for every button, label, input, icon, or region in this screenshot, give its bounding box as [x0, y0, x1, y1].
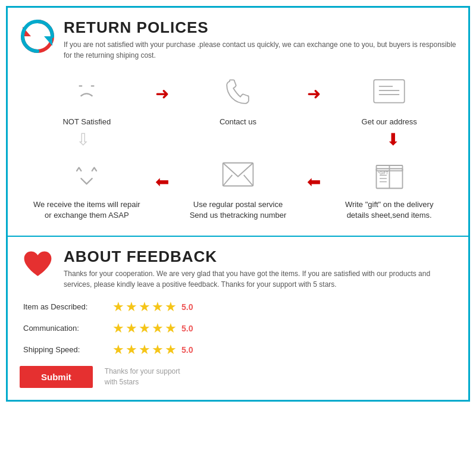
phone-icon [221, 71, 254, 113]
flow-item-receive: We receive the items will repairor excha… [33, 154, 140, 221]
postal-label: Use regular postal serviceSend us thetra… [190, 199, 287, 221]
arrow-left-1: ⬅ [155, 172, 169, 192]
receive-label: We receive the items will repairor excha… [33, 199, 140, 221]
flow-item-postal: Use regular postal serviceSend us thetra… [184, 154, 292, 221]
star-2: ★ [126, 299, 137, 315]
rating-label-described: Item as Described: [23, 302, 112, 311]
submit-note: Thanks for your supportwith 5stars [105, 366, 180, 387]
heart-icon [20, 248, 55, 283]
return-title: RETURN POLICES [64, 18, 456, 37]
star-2: ★ [126, 321, 137, 336]
stars-described: ★ ★ ★ ★ ★ [112, 299, 177, 315]
star-4: ★ [152, 342, 164, 358]
rating-label-communication: Communication: [23, 324, 112, 333]
return-header-text: RETURN POLICES If you are not satisfied … [64, 18, 456, 61]
star-1: ★ [112, 342, 124, 358]
happy-face-icon [69, 154, 105, 196]
sad-face-icon [70, 71, 103, 113]
svg-line-10 [244, 175, 253, 186]
arrow-right-2: ➜ [307, 84, 321, 104]
stars-communication: ★ ★ ★ ★ ★ [112, 321, 177, 336]
page-container: RETURN POLICES If you are not satisfied … [6, 6, 470, 402]
arrow-right-1: ➜ [155, 84, 169, 104]
feedback-header-text: ABOUT FEEDBACK Thanks for your cooperati… [64, 248, 456, 290]
return-description: If you are not satisfied with your purch… [64, 39, 456, 61]
rating-row-communication: Communication: ★ ★ ★ ★ ★ 5.0 [23, 321, 456, 336]
score-communication: 5.0 [181, 324, 193, 333]
envelope-icon [220, 154, 256, 196]
star-3: ★ [139, 342, 151, 358]
star-1: ★ [112, 321, 124, 336]
score-described: 5.0 [181, 302, 193, 312]
star-5: ★ [165, 321, 177, 336]
return-icon [20, 18, 55, 54]
svg-line-9 [223, 175, 233, 186]
ratings-table: Item as Described: ★ ★ ★ ★ ★ 5.0 Communi… [20, 299, 456, 358]
address-label: Get our address [362, 117, 417, 127]
gift-label: Write "gift" on the deliverydetails shee… [345, 199, 433, 221]
rating-row-described: Item as Described: ★ ★ ★ ★ ★ 5.0 [23, 299, 456, 315]
star-2: ★ [126, 342, 137, 358]
return-section: RETURN POLICES If you are not satisfied … [8, 8, 468, 237]
process-flow: NOT Satisfied ➜ Contact us ➜ [20, 71, 456, 221]
star-4: ★ [152, 299, 164, 315]
submit-row: Submit Thanks for your supportwith 5star… [20, 366, 456, 388]
star-1: ★ [112, 299, 124, 315]
flow-item-address: Get our address [336, 71, 443, 127]
flow-row-1: NOT Satisfied ➜ Contact us ➜ [26, 71, 450, 127]
contact-us-label: Contact us [220, 117, 256, 127]
star-5: ★ [165, 299, 177, 315]
svg-rect-4 [374, 80, 404, 103]
not-satisfied-label: NOT Satisfied [62, 117, 111, 127]
flow-item-contact: Contact us [184, 71, 292, 127]
flow-row-2: We receive the items will repairor excha… [26, 154, 450, 221]
score-shipping: 5.0 [181, 345, 193, 355]
feedback-section: ABOUT FEEDBACK Thanks for your cooperati… [8, 237, 468, 400]
flow-middle-arrows: ⇩ ⬇ [26, 130, 450, 149]
star-5: ★ [165, 342, 177, 358]
arrow-left-2: ⬅ [307, 172, 321, 192]
feedback-header: ABOUT FEEDBACK Thanks for your cooperati… [20, 248, 456, 290]
star-3: ★ [139, 321, 151, 336]
feedback-description: Thanks for your cooperation. We are very… [64, 268, 456, 290]
stars-shipping: ★ ★ ★ ★ ★ [112, 342, 177, 358]
svg-text:*GIFT: *GIFT [378, 170, 388, 174]
rating-label-shipping: Shipping Speed: [23, 345, 112, 354]
submit-button[interactable]: Submit [20, 366, 93, 388]
star-3: ★ [139, 299, 151, 315]
arrow-down-right: ⬇ [386, 130, 400, 149]
rating-row-shipping: Shipping Speed: ★ ★ ★ ★ ★ 5.0 [23, 342, 456, 358]
gift-icon: *GIFT [373, 154, 406, 196]
feedback-title: ABOUT FEEDBACK [64, 248, 456, 266]
return-header: RETURN POLICES If you are not satisfied … [20, 18, 456, 61]
star-4: ★ [152, 321, 164, 336]
message-icon [371, 71, 407, 113]
arrow-down-left: ⇩ [76, 130, 90, 149]
flow-item-gift: *GIFT Write "gift" on the deliverydetail… [336, 154, 443, 221]
flow-item-not-satisfied: NOT Satisfied [33, 71, 140, 127]
